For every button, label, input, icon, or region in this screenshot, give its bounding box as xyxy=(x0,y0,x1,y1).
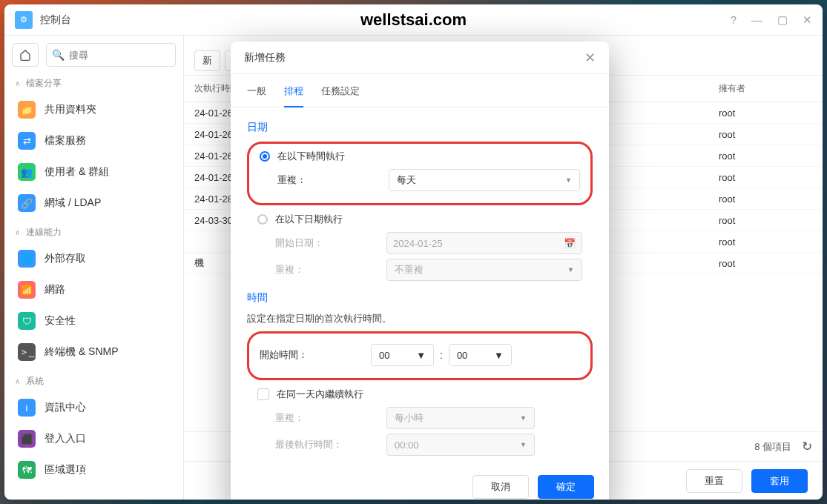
start-date-input: 2024-01-25 📅 xyxy=(386,232,582,254)
highlight-start-time: 開始時間： 00▼ : 00▼ xyxy=(247,331,593,380)
sidebar: 🔍 ∧檔案分享 📁共用資料夾 ⇄檔案服務 👥使用者 & 群組 🔗網域 / LDA… xyxy=(4,36,184,500)
chevron-down-icon: ▼ xyxy=(567,266,574,273)
help-icon[interactable]: ? xyxy=(731,13,737,27)
chevron-down-icon: ▼ xyxy=(520,414,527,422)
radio-run-at-time[interactable] xyxy=(260,151,270,162)
shield-icon: 🛡 xyxy=(18,312,36,330)
search-input[interactable] xyxy=(46,43,176,67)
sidebar-item-network[interactable]: 📶網路 xyxy=(12,274,176,305)
sidebar-item-users-groups[interactable]: 👥使用者 & 群組 xyxy=(12,156,176,188)
chevron-up-icon: ∧ xyxy=(15,79,20,87)
watermark: wellstsai.com xyxy=(360,10,467,30)
tab-task-settings[interactable]: 任務設定 xyxy=(321,84,360,107)
time-description: 設定在指定日期的首次執行時間。 xyxy=(247,312,593,325)
repeat3-select: 每小時 ▼ xyxy=(386,407,535,429)
apply-button[interactable]: 套用 xyxy=(751,469,808,493)
app-icon: ⚙ xyxy=(15,11,33,29)
radio-run-on-date[interactable] xyxy=(257,214,268,225)
search-icon: 🔍 xyxy=(52,49,65,61)
start-hour-select[interactable]: 00▼ xyxy=(371,344,434,366)
repeat2-select: 不重複 ▼ xyxy=(386,259,582,281)
time-section-title: 時間 xyxy=(247,291,593,305)
close-window-icon[interactable]: ✕ xyxy=(803,13,812,27)
tab-schedule[interactable]: 排程 xyxy=(284,84,303,107)
section-system[interactable]: ∧系統 xyxy=(12,368,176,392)
folder-icon: 📁 xyxy=(18,101,36,119)
tab-general[interactable]: 一般 xyxy=(247,84,266,107)
info-icon: i xyxy=(18,399,36,417)
file-service-icon: ⇄ xyxy=(18,132,36,150)
chevron-up-icon: ∧ xyxy=(15,228,20,236)
highlight-run-time: 在以下時間執行 重複： 每天 ▼ xyxy=(247,142,593,205)
section-connectivity[interactable]: ∧連線能力 xyxy=(12,219,176,243)
chevron-down-icon: ▼ xyxy=(494,350,504,361)
maximize-icon[interactable]: ▢ xyxy=(777,13,788,27)
sidebar-item-login-portal[interactable]: ⬛登入入口 xyxy=(12,423,176,454)
section-file-share[interactable]: ∧檔案分享 xyxy=(12,70,176,94)
sidebar-item-info-center[interactable]: i資訊中心 xyxy=(12,392,176,423)
refresh-icon[interactable]: ↻ xyxy=(802,439,812,454)
sidebar-item-shared-folder[interactable]: 📁共用資料夾 xyxy=(12,94,176,125)
date-section-title: 日期 xyxy=(247,121,593,134)
start-min-select[interactable]: 00▼ xyxy=(449,344,512,366)
calendar-icon: 📅 xyxy=(564,238,576,249)
chevron-down-icon: ▼ xyxy=(416,350,426,361)
window-titlebar: ⚙ 控制台 wellstsai.com ? — ▢ ✕ xyxy=(4,4,823,36)
modal-tabs: 一般 排程 任務設定 xyxy=(231,74,609,107)
chevron-down-icon: ▼ xyxy=(520,441,527,448)
portal-icon: ⬛ xyxy=(18,430,36,448)
chevron-up-icon: ∧ xyxy=(15,377,20,385)
users-icon: 👥 xyxy=(18,163,36,181)
ldap-icon: 🔗 xyxy=(18,194,36,212)
confirm-button[interactable]: 確定 xyxy=(538,475,594,499)
network-icon: 📶 xyxy=(18,281,36,299)
chevron-down-icon: ▼ xyxy=(565,176,572,184)
external-icon: 🌐 xyxy=(18,250,36,268)
terminal-icon: ＞_ xyxy=(18,343,36,361)
repeat-select[interactable]: 每天 ▼ xyxy=(389,169,580,191)
sidebar-item-external-access[interactable]: 🌐外部存取 xyxy=(12,243,176,274)
checkbox-continue-same-day[interactable] xyxy=(257,388,269,400)
last-run-select: 00:00 ▼ xyxy=(386,434,535,456)
modal-close-icon[interactable]: ✕ xyxy=(584,50,596,66)
sidebar-item-file-services[interactable]: ⇄檔案服務 xyxy=(12,125,176,156)
sidebar-item-region-options[interactable]: 🗺區域選項 xyxy=(12,454,176,485)
minimize-icon[interactable]: — xyxy=(751,13,762,27)
column-owner[interactable]: 擁有者 xyxy=(719,82,823,95)
cancel-button[interactable]: 取消 xyxy=(472,475,529,499)
new-task-modal: 新增任務 ✕ 一般 排程 任務設定 日期 在以下時間執行 重複： xyxy=(231,42,609,500)
modal-title: 新增任務 xyxy=(244,51,286,64)
home-button[interactable] xyxy=(12,43,39,67)
reset-button[interactable]: 重置 xyxy=(686,469,742,493)
window-title: 控制台 xyxy=(40,13,71,27)
sidebar-item-terminal-snmp[interactable]: ＞_終端機 & SNMP xyxy=(12,336,176,368)
sidebar-item-domain-ldap[interactable]: 🔗網域 / LDAP xyxy=(12,188,176,219)
sidebar-item-security[interactable]: 🛡安全性 xyxy=(12,305,176,336)
items-count: 8 個項目 xyxy=(754,440,791,454)
new-button[interactable]: 新 xyxy=(194,50,220,71)
region-icon: 🗺 xyxy=(18,461,36,479)
